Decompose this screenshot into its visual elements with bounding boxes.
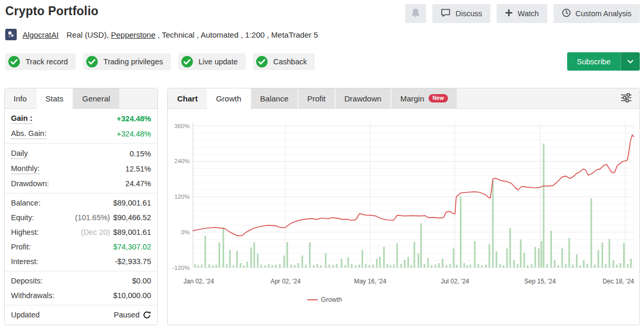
stat-group: Daily0.15%Monthly:12.51%Drawdown:24.47%	[5, 144, 157, 194]
verification-badge: Live update	[178, 53, 246, 70]
subscribe-dropdown-button[interactable]	[620, 52, 640, 71]
check-circle-icon	[86, 55, 98, 68]
custom-analysis-label: Custom Analysis	[576, 9, 631, 18]
subscribe-split-button: Subscribe	[567, 52, 640, 71]
broker-link[interactable]: Pepperstone	[111, 30, 155, 39]
discuss-button[interactable]: Discuss	[432, 4, 490, 23]
profit-bar	[613, 260, 614, 267]
profit-bar	[538, 248, 539, 268]
stat-row: Abs. Gain:+324.48%	[5, 126, 157, 141]
stat-label[interactable]: Gain :	[11, 113, 32, 124]
profit-bar	[275, 265, 277, 268]
verification-badges: Track recordTrading privilegesLive updat…	[5, 53, 567, 70]
tab-growth[interactable]: Growth	[207, 88, 250, 109]
top-bar: Crypto Portfolio Discuss Watch	[5, 4, 640, 23]
stat-row: Deposits:$0.00	[5, 274, 157, 288]
stat-value: $10,000.00	[113, 290, 151, 301]
profit-bar	[204, 236, 206, 268]
stat-value-wrap: Paused	[114, 310, 151, 320]
profit-bar	[546, 264, 548, 268]
profit-bar	[557, 265, 559, 268]
stat-label: Balance:	[11, 198, 40, 208]
profit-bar	[348, 257, 349, 268]
chart-settings-button[interactable]	[613, 88, 639, 108]
account-details-suffix: , Technical , Automated , 1:200 , MetaTr…	[155, 30, 318, 39]
profit-bar	[523, 253, 525, 267]
check-circle-icon	[8, 55, 20, 68]
profit-bar	[627, 264, 629, 268]
portfolio-page: Crypto Portfolio Discuss Watch	[0, 0, 644, 330]
refresh-icon[interactable]	[143, 311, 151, 319]
stat-value-wrap: 24.47%	[125, 178, 151, 189]
stat-value: $74,307.02	[113, 242, 151, 252]
profit-bar	[481, 265, 482, 268]
profit-bar	[254, 242, 255, 267]
profit-bar	[317, 264, 318, 268]
stat-row: UpdatedPaused	[5, 308, 157, 322]
tab-margin[interactable]: MarginNew	[392, 88, 457, 108]
stat-label[interactable]: Abs. Gain:	[11, 128, 47, 139]
profit-bar	[460, 197, 462, 267]
y-axis-tick-label: -120%	[172, 265, 190, 271]
growth-chart[interactable]: 360%240%120%0%-120%Jan 02, '24Apr 02, '2…	[168, 109, 639, 325]
stat-label: Profit:	[11, 242, 31, 252]
account-avatar	[5, 29, 17, 40]
profit-bar	[309, 243, 310, 268]
profit-bar	[302, 255, 303, 267]
tab-info[interactable]: Info	[5, 88, 36, 108]
profit-bar	[534, 247, 536, 267]
profit-bar	[568, 238, 570, 267]
chart-panel: Chart GrowthBalanceProfitDrawdownMarginN…	[167, 88, 640, 325]
profit-bar	[431, 265, 432, 268]
stat-label: Interest:	[11, 256, 38, 267]
tab-label: General	[82, 94, 110, 103]
stat-value: $89,001.61	[113, 198, 151, 208]
stat-row: Monthly:12.51%	[5, 161, 157, 176]
stat-value: 12.51%	[125, 164, 151, 174]
tab-label: Balance	[260, 94, 289, 103]
stat-label[interactable]: Daily	[11, 148, 28, 159]
profit-bar	[336, 264, 338, 268]
growth-chart-svg: 360%240%120%0%-120%Jan 02, '24Apr 02, '2…	[168, 109, 639, 325]
chevron-down-icon	[627, 58, 634, 65]
profit-bar	[561, 248, 563, 268]
tab-drawdown[interactable]: Drawdown	[336, 88, 390, 108]
chart-panel-title: Chart	[168, 88, 207, 108]
profit-bar	[393, 265, 395, 268]
profit-bar	[271, 265, 273, 268]
profit-bar	[506, 248, 508, 268]
stat-value-wrap: $10,000.00	[113, 290, 151, 301]
custom-analysis-button[interactable]: Custom Analysis	[554, 4, 640, 23]
profit-bar	[215, 265, 217, 268]
profit-bar	[466, 265, 468, 268]
profit-bar	[404, 259, 406, 267]
verification-badge: Cashback	[253, 53, 315, 70]
profit-bar	[427, 258, 429, 267]
tab-stats[interactable]: Stats	[37, 88, 72, 109]
subscribe-button[interactable]: Subscribe	[567, 52, 620, 71]
profit-bar	[527, 265, 528, 268]
tab-profit[interactable]: Profit	[298, 88, 335, 108]
account-details-prefix: Real (USD),	[66, 30, 111, 39]
tab-general[interactable]: General	[73, 88, 119, 108]
stat-value: +324.48%	[117, 113, 151, 124]
check-circle-icon	[256, 55, 268, 68]
stat-value-wrap: (101.65%)$90,466.52	[75, 212, 151, 223]
profit-bar	[351, 264, 352, 268]
stat-label[interactable]: Monthly:	[11, 163, 40, 174]
tab-balance[interactable]: Balance	[251, 88, 297, 108]
watch-button[interactable]: Watch	[497, 4, 547, 23]
profit-bar	[246, 261, 248, 267]
profit-bar	[446, 265, 447, 268]
tab-label: Profit	[307, 94, 326, 103]
profit-bar	[344, 265, 346, 268]
notifications-button[interactable]	[405, 4, 426, 23]
stat-value-prefix: (Dec 20)	[81, 227, 110, 237]
profit-bar	[503, 265, 504, 268]
account-owner-link[interactable]: AlgocratAI	[22, 30, 59, 39]
stat-value-prefix: (101.65%)	[75, 212, 110, 223]
profit-bar	[572, 265, 573, 268]
profit-bar	[453, 248, 454, 268]
profit-bar	[489, 244, 490, 267]
profit-bar	[233, 265, 234, 268]
